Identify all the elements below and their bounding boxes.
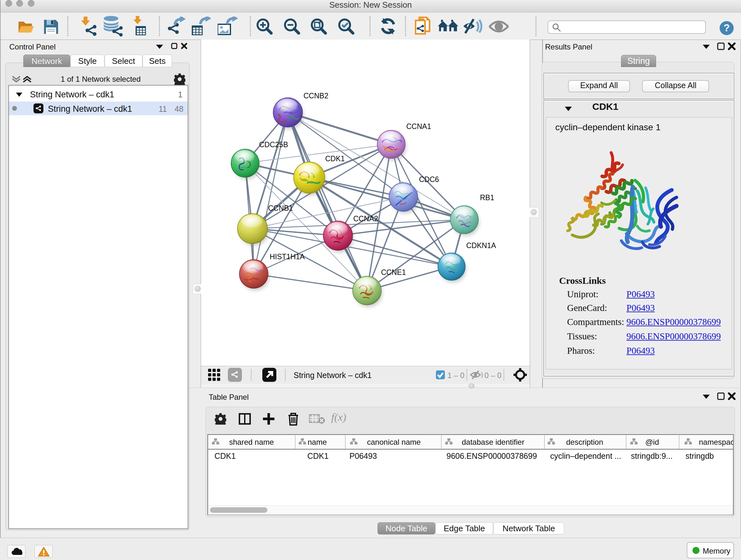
- svg-text:?: ?: [724, 22, 730, 34]
- svg-text:CDKN1A: CDKN1A: [466, 241, 496, 250]
- svg-text:CCNE1: CCNE1: [381, 268, 406, 276]
- svg-text:CCNB2: CCNB2: [304, 91, 328, 100]
- svg-text:HIST1H1A: HIST1H1A: [270, 253, 305, 261]
- svg-text:RB1: RB1: [480, 193, 494, 202]
- svg-text:CCNB1: CCNB1: [268, 204, 293, 212]
- svg-text:CCNA2: CCNA2: [353, 214, 378, 223]
- svg-text:CDC25B: CDC25B: [259, 140, 288, 149]
- svg-text:CCNA1: CCNA1: [406, 122, 431, 131]
- svg-text:CDK1: CDK1: [325, 154, 345, 163]
- svg-text:CDC6: CDC6: [419, 175, 439, 184]
